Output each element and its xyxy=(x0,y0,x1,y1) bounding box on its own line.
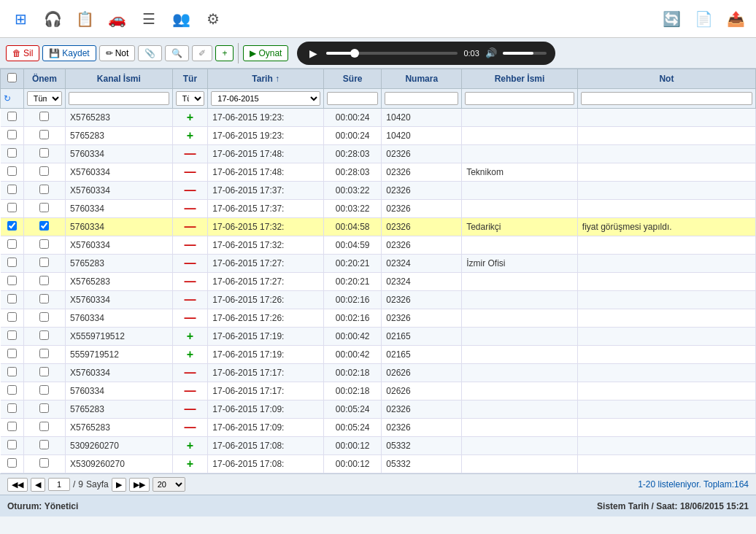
last-page-button[interactable]: ▶▶ xyxy=(129,478,150,492)
search-button[interactable]: 🔍 xyxy=(165,45,189,61)
onem-checkbox[interactable] xyxy=(39,130,49,139)
row-checkbox[interactable] xyxy=(7,258,17,267)
filter-tarih-select[interactable]: 17-06-2015 xyxy=(211,91,320,106)
table-row[interactable]: 5760334—17-06-2015 17:26:00:02:1602326 xyxy=(1,309,756,328)
row-checkbox[interactable] xyxy=(7,312,17,322)
volume-icon[interactable]: 🔊 xyxy=(485,47,497,58)
row-checkbox[interactable] xyxy=(7,130,17,139)
onem-checkbox[interactable] xyxy=(39,312,49,322)
row-checkbox[interactable] xyxy=(7,221,17,231)
refresh-icon[interactable]: 🔄 xyxy=(657,4,686,34)
onem-checkbox[interactable] xyxy=(39,403,49,413)
table-row[interactable]: 5765283—17-06-2015 17:09:00:05:2402326 xyxy=(1,400,756,419)
onem-checkbox[interactable] xyxy=(39,239,49,249)
row-checkbox[interactable] xyxy=(7,276,17,285)
filter-not-input[interactable] xyxy=(581,92,752,105)
table-row[interactable]: X5760334—17-06-2015 17:26:00:02:1602326 xyxy=(1,291,756,309)
row-checkbox[interactable] xyxy=(7,148,17,158)
filter-sure-input[interactable] xyxy=(327,92,378,105)
row-checkbox[interactable] xyxy=(7,458,17,468)
row-checkbox[interactable] xyxy=(7,367,17,376)
progress-bar[interactable] xyxy=(326,52,458,55)
row-checkbox[interactable] xyxy=(7,385,17,395)
select-all-checkbox[interactable] xyxy=(7,73,17,82)
table-row[interactable]: 5559719512+17-06-2015 17:19:00:00:420216… xyxy=(1,346,756,364)
menu-icon[interactable]: ☰ xyxy=(134,4,163,34)
onem-checkbox[interactable] xyxy=(39,385,49,395)
table-row[interactable]: X5760334—17-06-2015 17:32:00:04:5902326 xyxy=(1,236,756,255)
filter-kanal-input[interactable] xyxy=(69,92,169,105)
onem-checkbox[interactable] xyxy=(39,422,49,431)
onem-checkbox[interactable] xyxy=(39,330,49,340)
pdf-icon[interactable]: 📄 xyxy=(689,4,718,34)
row-checkbox[interactable] xyxy=(7,166,17,176)
table-row[interactable]: X5309260270+17-06-2015 17:08:00:00:12053… xyxy=(1,455,756,473)
prev-page-button[interactable]: ◀ xyxy=(31,478,45,492)
table-row[interactable]: X5765283—17-06-2015 17:27:00:20:2102324 xyxy=(1,273,756,291)
header-tur[interactable]: Tür xyxy=(172,69,208,89)
header-tarih[interactable]: Tarih ↑ xyxy=(208,69,324,89)
table-row[interactable]: 5765283+17-06-2015 19:23:00:00:2410420 xyxy=(1,127,756,145)
car-icon[interactable]: 🚗 xyxy=(102,4,131,34)
table-row[interactable]: 5765283—17-06-2015 17:27:00:20:2102324İz… xyxy=(1,255,756,273)
note-button[interactable]: ✏ Not xyxy=(99,45,136,61)
per-page-select[interactable]: 20 50 100 xyxy=(153,477,185,492)
onem-checkbox[interactable] xyxy=(39,258,49,267)
table-row[interactable]: 5760334—17-06-2015 17:37:00:03:2202326 xyxy=(1,200,756,218)
table-row[interactable]: X5765283+17-06-2015 19:23:00:00:2410420 xyxy=(1,109,756,127)
onem-checkbox[interactable] xyxy=(39,148,49,158)
export-icon[interactable]: 📤 xyxy=(721,4,750,34)
filter-tur-select[interactable]: Tümü xyxy=(176,91,205,106)
onem-checkbox[interactable] xyxy=(39,367,49,376)
table-row[interactable]: X5765283—17-06-2015 17:09:00:05:2402326 xyxy=(1,419,756,437)
first-page-button[interactable]: ◀◀ xyxy=(7,478,28,492)
row-checkbox[interactable] xyxy=(7,112,17,121)
row-checkbox[interactable] xyxy=(7,185,17,194)
row-checkbox[interactable] xyxy=(7,440,17,449)
people-icon[interactable]: 👥 xyxy=(166,4,196,34)
table-row[interactable]: X5559719512+17-06-2015 17:19:00:00:42021… xyxy=(1,328,756,346)
onem-checkbox[interactable] xyxy=(39,166,49,176)
headphone-icon[interactable]: 🎧 xyxy=(38,4,67,34)
play-button[interactable]: ▶ Oynat xyxy=(243,45,288,61)
row-checkbox[interactable] xyxy=(7,422,17,431)
table-row[interactable]: X5760334—17-06-2015 17:37:00:03:2202326 xyxy=(1,182,756,200)
next-page-button[interactable]: ▶ xyxy=(112,478,126,492)
table-row[interactable]: X5760334—17-06-2015 17:17:00:02:1802626 xyxy=(1,364,756,382)
onem-checkbox[interactable] xyxy=(39,112,49,121)
onem-checkbox[interactable] xyxy=(39,203,49,212)
refresh-small-icon[interactable]: ↻ xyxy=(4,93,11,104)
gear-icon[interactable]: ⚙ xyxy=(198,4,228,34)
filter-numara-input[interactable] xyxy=(385,92,458,105)
onem-checkbox[interactable] xyxy=(39,440,49,449)
row-checkbox[interactable] xyxy=(7,294,17,303)
onem-checkbox[interactable] xyxy=(39,458,49,468)
row-checkbox[interactable] xyxy=(7,349,17,358)
volume-bar[interactable] xyxy=(503,52,547,55)
onem-checkbox[interactable] xyxy=(39,276,49,285)
filter-onem-select[interactable]: Tümü xyxy=(27,91,62,106)
table-row[interactable]: 5760334—17-06-2015 17:48:00:28:0302326 xyxy=(1,145,756,163)
save-button[interactable]: 💾 Kaydet xyxy=(42,45,96,61)
filter-rehber-input[interactable] xyxy=(465,92,574,105)
onem-checkbox[interactable] xyxy=(39,349,49,358)
add-button[interactable]: + xyxy=(215,45,234,61)
header-kanal[interactable]: Kanal İsmi xyxy=(66,69,172,89)
audio-play-button[interactable]: ▶ xyxy=(306,46,320,61)
grid-icon[interactable]: ⊞ xyxy=(6,4,35,34)
attach-button[interactable]: 📎 xyxy=(138,45,162,61)
book-icon[interactable]: 📋 xyxy=(70,4,99,34)
onem-checkbox[interactable] xyxy=(39,185,49,194)
delete-button[interactable]: 🗑 Sil xyxy=(6,45,39,61)
row-checkbox[interactable] xyxy=(7,203,17,212)
table-row[interactable]: 5760334—17-06-2015 17:32:00:04:5802326Te… xyxy=(1,218,756,236)
current-page-input[interactable] xyxy=(48,478,70,491)
row-checkbox[interactable] xyxy=(7,403,17,413)
table-row[interactable]: 5309260270+17-06-2015 17:08:00:00:120533… xyxy=(1,437,756,455)
onem-checkbox[interactable] xyxy=(39,221,49,231)
row-checkbox[interactable] xyxy=(7,330,17,340)
header-select-all[interactable] xyxy=(1,69,24,89)
table-row[interactable]: 5760334—17-06-2015 17:17:00:02:1802626 xyxy=(1,382,756,400)
table-row[interactable]: X5760334—17-06-2015 17:48:00:28:0302326T… xyxy=(1,163,756,182)
onem-checkbox[interactable] xyxy=(39,294,49,303)
